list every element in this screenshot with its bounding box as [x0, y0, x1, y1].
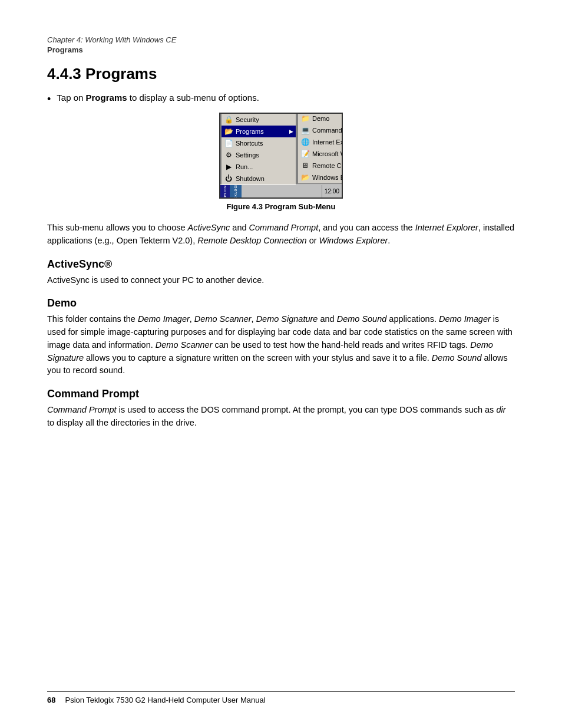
submenu-remote-connect[interactable]: 🖥 Remote Connect [298, 160, 343, 172]
start-menu-shutdown[interactable]: ⏻ Shutdown [222, 173, 296, 185]
figure-caption: Figure 4.3 Program Sub-Menu [227, 202, 336, 211]
programs-submenu: 🔄 ActiveSync ▶ 📁 Demo 💻 Command Prompt 🌐 [297, 113, 343, 185]
page-footer: 68 Psion Teklogix 7530 G2 Hand-Held Comp… [47, 691, 515, 704]
activesync-heading: ActiveSync® [47, 258, 515, 271]
taskbar-main [242, 185, 322, 197]
intro-text: Tap on Programs to display a sub-menu of… [57, 93, 259, 103]
psion-bar: PSION [220, 185, 230, 197]
breadcrumb-programs: Programs [47, 45, 83, 54]
breadcrumb-line1: Chapter 4: Working With Windows CE [47, 35, 176, 44]
submenu-windows-explorer[interactable]: 📂 Windows Explorer [298, 172, 343, 183]
section-title: Programs [85, 65, 157, 83]
screenshot-box: 📱 My Device 📁 My Documents 🗑 Recycle Bin… [219, 113, 343, 199]
demo-heading: Demo [47, 297, 515, 309]
bullet-dot: • [47, 94, 51, 104]
start-menu: 🖥 Desktop 🔒 Security 📂 Programs ▶ 📄 [220, 113, 297, 185]
body-text-1: This sub-menu allows you to choose Activ… [47, 222, 515, 248]
start-menu-settings[interactable]: ⚙ Settings [222, 149, 296, 161]
demo-body: This folder contains the Demo Imager, De… [47, 313, 515, 377]
section-number: 4.4.3 [47, 65, 81, 83]
submenu-command-prompt[interactable]: 💻 Command Prompt [298, 124, 343, 136]
start-menu-programs[interactable]: 📂 Programs ▶ [222, 126, 296, 137]
submenu-internet-explorer[interactable]: 🌐 Internet Explorer [298, 136, 343, 148]
security-menu-icon: 🔒 [224, 115, 233, 124]
command-heading: Command Prompt [47, 388, 515, 400]
taskbar: PSION TEKLOGIX 12:00 [220, 185, 342, 197]
breadcrumb-line2: Programs [47, 45, 515, 54]
footer-page-num: 68 [47, 696, 55, 704]
submenu-demo[interactable]: 📁 Demo [298, 113, 343, 124]
programs-menu-icon: 📂 [224, 127, 233, 136]
taskbar-clock: 12:00 [322, 185, 342, 197]
command-body: Command Prompt is used to access the DOS… [47, 404, 515, 430]
start-menu-run[interactable]: ▶ Run... [222, 161, 296, 173]
activesync-body: ActiveSync is used to connect your PC to… [47, 274, 515, 287]
teklogix-bar: TEKLOGIX [230, 185, 242, 197]
page-container: Chapter 4: Working With Windows CE Progr… [0, 0, 562, 728]
windows-explorer-icon: 📂 [300, 173, 310, 182]
remote-connect-icon: 🖥 [300, 161, 310, 170]
psion-label: PSION [223, 185, 227, 197]
wordpad-icon: 📝 [300, 149, 310, 159]
programs-arrow: ▶ [289, 129, 293, 134]
command-prompt-icon: 💻 [300, 126, 310, 135]
shortcuts-menu-icon: 📄 [224, 139, 233, 148]
submenu-wordpad[interactable]: 📝 Microsoft WordPad [298, 148, 343, 160]
breadcrumb: Chapter 4: Working With Windows CE [47, 35, 515, 44]
start-menu-shortcuts[interactable]: 📄 Shortcuts [222, 137, 296, 149]
screenshot-wrap: 📱 My Device 📁 My Documents 🗑 Recycle Bin… [47, 113, 515, 211]
taskbar-area: 🖥 Desktop 🔒 Security 📂 Programs ▶ 📄 [220, 185, 342, 197]
section-heading: 4.4.3 Programs [47, 65, 515, 83]
internet-explorer-icon: 🌐 [300, 137, 310, 147]
demo-icon: 📁 [300, 114, 310, 123]
footer-text: Psion Teklogix 7530 G2 Hand-Held Compute… [65, 696, 265, 704]
intro-bullet: • Tap on Programs to display a sub-menu … [47, 93, 515, 104]
shutdown-menu-icon: ⏻ [224, 174, 233, 183]
start-menu-security[interactable]: 🔒 Security [222, 114, 296, 126]
settings-menu-icon: ⚙ [224, 150, 233, 160]
run-menu-icon: ▶ [224, 162, 233, 172]
